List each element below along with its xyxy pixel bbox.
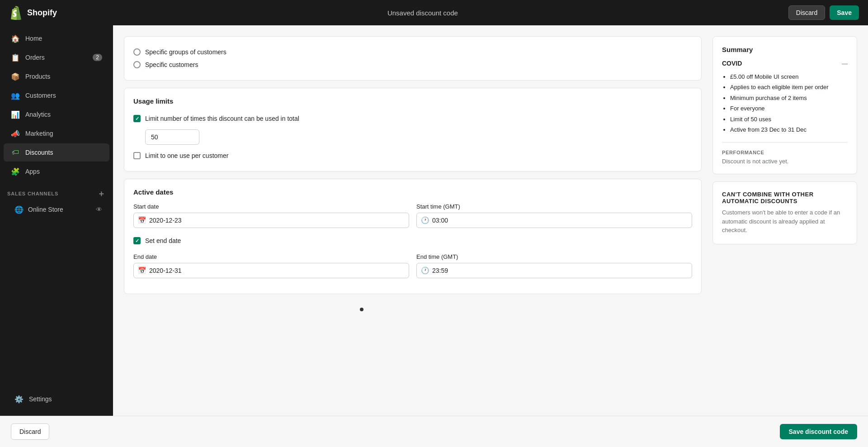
- start-time-input-wrap: 🕐: [416, 213, 692, 228]
- sidebar-item-products-label: Products: [25, 73, 50, 80]
- start-date-grid: Start date 📅 Start time (GMT) 🕐: [133, 203, 692, 228]
- summary-title: Summary: [722, 46, 848, 53]
- start-time-input[interactable]: [416, 213, 692, 228]
- content-area: Specific groups of customers Specific cu…: [124, 36, 702, 294]
- combine-card: CAN'T COMBINE WITH OTHER AUTOMATIC DISCO…: [712, 181, 857, 244]
- discounts-icon: 🏷: [11, 148, 20, 157]
- online-store-icon: 🌐: [14, 205, 24, 214]
- summary-bullet-3: Minimum purchase of 2 items: [730, 93, 848, 103]
- sidebar-item-analytics[interactable]: 📊 Analytics: [4, 105, 109, 124]
- topbar-save-button[interactable]: Save: [830, 5, 859, 20]
- limit-total-label: Limit number of times this discount can …: [145, 115, 299, 122]
- online-store-eye-icon: 👁: [96, 206, 102, 213]
- sidebar-item-orders-label: Orders: [25, 54, 45, 61]
- sidebar-item-marketing[interactable]: 📣 Marketing: [4, 124, 109, 143]
- performance-label: PERFORMANCE: [722, 150, 848, 155]
- end-time-input[interactable]: [416, 263, 692, 278]
- specific-groups-radio[interactable]: [133, 48, 141, 56]
- add-sales-channel-icon[interactable]: ＋: [97, 188, 106, 199]
- end-date-input-wrap: 📅: [133, 263, 409, 278]
- topbar-discard-button[interactable]: Discard: [788, 5, 825, 20]
- set-end-date-label: Set end date: [145, 237, 181, 244]
- start-date-field: Start date 📅: [133, 203, 409, 228]
- end-time-field: End time (GMT) 🕐: [416, 253, 692, 278]
- right-panel: Summary COVID — £5.00 off Mobile UI scre…: [712, 36, 857, 244]
- specific-customers-radio[interactable]: [133, 61, 141, 68]
- limit-total-row[interactable]: Limit number of times this discount can …: [133, 112, 692, 125]
- summary-code-row: COVID —: [722, 60, 848, 67]
- bottom-bar: Discard Save discount code: [0, 416, 868, 447]
- specific-customers-label: Specific customers: [145, 61, 198, 68]
- sidebar-item-apps[interactable]: 🧩 Apps: [4, 162, 109, 181]
- start-time-label: Start time (GMT): [416, 203, 692, 210]
- end-time-label: End time (GMT): [416, 253, 692, 260]
- bottom-save-discount-button[interactable]: Save discount code: [780, 424, 857, 439]
- sidebar-item-home-label: Home: [25, 35, 42, 42]
- usage-limits-card: Usage limits Limit number of times this …: [124, 88, 702, 171]
- usage-limits-title: Usage limits: [133, 97, 692, 105]
- topbar-actions: Discard Save: [788, 5, 859, 20]
- sales-channels-label: SALES CHANNELS: [7, 191, 58, 196]
- summary-code: COVID: [722, 60, 742, 67]
- sales-channels-section: SALES CHANNELS ＋: [0, 181, 113, 201]
- summary-bullet-1: £5.00 off Mobile UI screen: [730, 71, 848, 82]
- orders-icon: 📋: [11, 53, 20, 62]
- clock-icon-end: 🕐: [421, 266, 429, 275]
- limit-per-customer-row[interactable]: Limit to one use per customer: [133, 149, 692, 162]
- set-end-date-checkbox[interactable]: [133, 237, 141, 244]
- orders-badge: 2: [93, 54, 102, 61]
- sidebar-item-orders[interactable]: 📋 Orders 2: [4, 48, 109, 67]
- specific-groups-label: Specific groups of customers: [145, 48, 226, 56]
- start-date-label: Start date: [133, 203, 409, 210]
- sidebar-item-online-store[interactable]: 🌐 Online Store 👁: [4, 201, 109, 218]
- limit-per-customer-checkbox[interactable]: [133, 152, 141, 159]
- specific-groups-option[interactable]: Specific groups of customers: [133, 46, 692, 58]
- sidebar-item-settings-label: Settings: [29, 395, 52, 403]
- active-dates-title: Active dates: [133, 188, 692, 196]
- sidebar-item-products[interactable]: 📦 Products: [4, 67, 109, 86]
- limit-per-customer-label: Limit to one use per customer: [145, 152, 228, 159]
- sidebar-bottom: ⚙️ Settings: [0, 386, 113, 412]
- summary-card: Summary COVID — £5.00 off Mobile UI scre…: [712, 36, 857, 174]
- sidebar-item-discounts-label: Discounts: [25, 149, 53, 156]
- summary-list: £5.00 off Mobile UI screen Applies to ea…: [722, 71, 848, 135]
- topbar: Shopify Unsaved discount code Discard Sa…: [0, 0, 868, 25]
- summary-bullet-4: For everyone: [730, 103, 848, 114]
- settings-icon: ⚙️: [14, 395, 24, 404]
- sidebar-item-settings[interactable]: ⚙️ Settings: [7, 390, 106, 408]
- limit-total-input[interactable]: [145, 129, 199, 145]
- summary-code-dash: —: [842, 60, 848, 67]
- clock-icon-start: 🕐: [421, 216, 429, 224]
- customers-icon: 👥: [11, 91, 20, 100]
- start-date-input[interactable]: [133, 213, 409, 228]
- shopify-logo: Shopify: [9, 5, 57, 20]
- end-date-field: End date 📅: [133, 253, 409, 278]
- topbar-left: Shopify: [9, 5, 57, 20]
- sidebar-item-customers[interactable]: 👥 Customers: [4, 86, 109, 105]
- bottom-discard-button[interactable]: Discard: [11, 423, 49, 440]
- end-time-input-wrap: 🕐: [416, 263, 692, 278]
- end-date-input[interactable]: [133, 263, 409, 278]
- sidebar-item-discounts[interactable]: 🏷 Discounts: [4, 143, 109, 162]
- combine-text: Customers won't be able to enter a code …: [722, 208, 848, 235]
- apps-icon: 🧩: [11, 167, 20, 176]
- sidebar-item-home[interactable]: 🏠 Home: [4, 29, 109, 48]
- home-icon: 🏠: [11, 34, 20, 43]
- sidebar-item-marketing-label: Marketing: [25, 130, 53, 137]
- summary-bullet-6: Active from 23 Dec to 31 Dec: [730, 124, 848, 135]
- customer-eligibility-card: Specific groups of customers Specific cu…: [124, 36, 702, 81]
- specific-customers-option[interactable]: Specific customers: [133, 58, 692, 71]
- performance-text: Discount is not active yet.: [722, 158, 848, 165]
- sidebar: 🏠 Home 📋 Orders 2 📦 Products 👥 Customers…: [0, 25, 113, 416]
- sidebar-item-apps-label: Apps: [25, 168, 40, 175]
- set-end-date-row[interactable]: Set end date: [133, 234, 692, 247]
- end-date-grid: End date 📅 End time (GMT) 🕐: [133, 253, 692, 278]
- summary-bullet-2: Applies to each eligible item per order: [730, 82, 848, 92]
- start-time-field: Start time (GMT) 🕐: [416, 203, 692, 228]
- marketing-icon: 📣: [11, 129, 20, 138]
- end-date-label: End date: [133, 253, 409, 260]
- limit-total-checkbox[interactable]: [133, 115, 141, 122]
- sidebar-item-analytics-label: Analytics: [25, 111, 51, 118]
- calendar-icon-start: 📅: [138, 216, 146, 224]
- performance-section: PERFORMANCE Discount is not active yet.: [722, 142, 848, 165]
